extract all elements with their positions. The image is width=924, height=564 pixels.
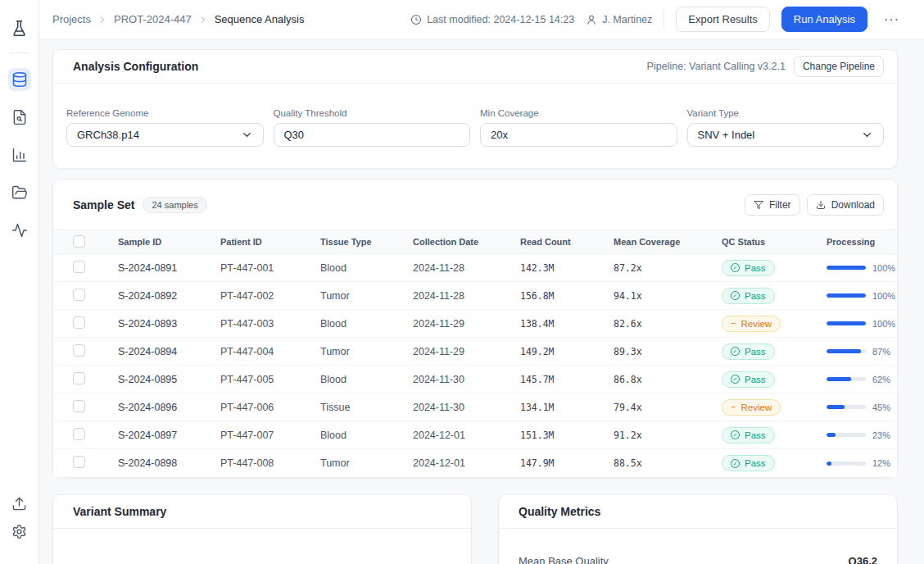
qc-status-icon: − — [731, 403, 736, 412]
pipeline-label: Pipeline: Variant Calling v3.2.1 — [647, 61, 786, 72]
sample-id-cell: S-2024-0892 — [118, 290, 220, 302]
progress-bar — [827, 349, 866, 353]
mean-coverage-cell: 79.4x — [614, 402, 722, 413]
sidebar-item-activity[interactable] — [8, 219, 31, 242]
table-row: S-2024-0893 PT-447-003 Blood 2024-11-29 … — [53, 310, 897, 338]
breadcrumb-project-id[interactable]: PROT-2024-447 — [114, 13, 192, 25]
row-checkbox[interactable] — [73, 428, 85, 440]
mean-coverage-cell: 91.2x — [614, 430, 722, 441]
sample-id-cell: S-2024-0898 — [118, 457, 220, 469]
download-icon — [816, 200, 826, 210]
chevron-down-icon — [861, 129, 873, 141]
qc-status-badge: ✓ Pass — [722, 260, 775, 276]
row-checkbox[interactable] — [73, 400, 85, 412]
chevron-right-icon — [97, 15, 107, 25]
clock-icon — [410, 14, 422, 25]
table-row: S-2024-0897 PT-447-007 Blood 2024-12-01 … — [53, 421, 897, 449]
patient-id-cell: PT-447-007 — [220, 430, 320, 441]
progress-bar-fill — [827, 266, 866, 270]
row-checkbox[interactable] — [73, 261, 85, 273]
sidebar-item-settings[interactable] — [8, 520, 31, 543]
qc-status-badge: − Review — [722, 316, 781, 332]
breadcrumb: Projects PROT-2024-447 Sequence Analysis — [52, 13, 305, 25]
download-button[interactable]: Download — [807, 194, 884, 216]
table-row: S-2024-0891 PT-447-001 Blood 2024-11-28 … — [53, 254, 897, 282]
processing-cell: 100% — [827, 291, 897, 301]
select-all-checkbox[interactable] — [73, 235, 85, 248]
processing-cell: 87% — [827, 347, 897, 357]
analysis-configuration-card: Analysis Configuration Pipeline: Variant… — [52, 49, 898, 169]
header-divider — [664, 11, 664, 29]
filter-button[interactable]: Filter — [745, 194, 800, 216]
run-analysis-button[interactable]: Run Analysis — [781, 7, 867, 32]
file-search-icon — [11, 109, 28, 125]
quality-threshold-label: Quality Threshold — [274, 108, 471, 118]
breadcrumb-projects[interactable]: Projects — [52, 13, 91, 25]
export-results-button[interactable]: Export Results — [676, 7, 770, 32]
variant-type-label: Variant Type — [687, 108, 885, 118]
flask-icon[interactable] — [8, 16, 31, 39]
top-bar: Projects PROT-2024-447 Sequence Analysis… — [39, 0, 924, 39]
table-row: S-2024-0892 PT-447-002 Tumor 2024-11-28 … — [53, 282, 897, 310]
qc-status-label: Pass — [745, 291, 766, 301]
progress-bar-fill — [827, 293, 866, 298]
collection-date-cell: 2024-12-01 — [413, 430, 520, 441]
progress-percent-label: 23% — [872, 430, 890, 440]
qc-status-icon: ✓ — [731, 375, 740, 384]
patient-id-cell: PT-447-003 — [220, 318, 320, 330]
progress-percent-label: 100% — [872, 263, 895, 273]
qc-status-label: Pass — [745, 458, 766, 468]
row-checkbox[interactable] — [73, 372, 85, 384]
tissue-type-cell: Blood — [320, 374, 413, 385]
col-header-tissue-type: Tissue Type — [320, 237, 413, 247]
patient-id-cell: PT-447-006 — [220, 402, 320, 413]
reference-genome-value: GRCh38.p14 — [77, 129, 139, 141]
sidebar-item-database[interactable] — [8, 68, 31, 91]
activity-icon — [11, 222, 28, 239]
qc-status-icon: − — [731, 319, 736, 328]
qc-status-label: Pass — [745, 347, 766, 357]
progress-bar-fill — [827, 321, 866, 325]
mean-coverage-cell: 88.5x — [614, 457, 722, 469]
row-checkbox[interactable] — [73, 344, 85, 357]
sidebar-item-upload[interactable] — [8, 492, 31, 515]
qc-status-badge: ✓ Pass — [722, 427, 775, 443]
row-checkbox[interactable] — [73, 289, 85, 301]
sidebar-item-files[interactable] — [8, 181, 31, 204]
sidebar-item-file-search[interactable] — [8, 106, 31, 129]
more-menu-button[interactable]: ··· — [879, 9, 904, 30]
progress-bar-fill — [827, 433, 836, 437]
variant-type-select[interactable]: SNV + Indel — [687, 123, 885, 147]
progress-bar — [827, 377, 866, 381]
progress-bar — [827, 321, 866, 325]
user-chip[interactable]: J. Martinez — [586, 14, 652, 25]
user-icon — [586, 14, 597, 25]
collection-date-cell: 2024-11-28 — [413, 290, 520, 302]
patient-id-cell: PT-447-005 — [220, 374, 320, 385]
col-header-qc-status: QC Status — [722, 237, 827, 247]
reference-genome-select[interactable]: GRCh38.p14 — [66, 123, 264, 147]
mean-coverage-cell: 87.2x — [614, 262, 722, 274]
quality-threshold-field: Quality Threshold — [274, 108, 471, 147]
qc-status-label: Review — [741, 319, 772, 329]
progress-bar-fill — [827, 462, 831, 466]
change-pipeline-button[interactable]: Change Pipeline — [794, 56, 884, 77]
sample-id-cell: S-2024-0897 — [118, 430, 220, 441]
row-checkbox[interactable] — [73, 456, 85, 468]
progress-percent-label: 87% — [872, 347, 890, 357]
upload-icon — [11, 496, 27, 512]
chevron-down-icon — [241, 129, 253, 141]
qc-status-icon: ✓ — [731, 347, 740, 356]
min-coverage-input[interactable] — [480, 123, 677, 147]
sidebar-item-charts[interactable] — [8, 143, 31, 166]
row-checkbox[interactable] — [73, 316, 85, 329]
qc-status-label: Pass — [745, 263, 766, 273]
quality-threshold-input[interactable] — [274, 123, 471, 147]
min-coverage-field: Min Coverage — [480, 108, 677, 147]
reference-genome-label: Reference Genome — [66, 108, 264, 118]
progress-percent-label: 100% — [872, 291, 895, 301]
chevron-right-icon — [198, 15, 208, 25]
processing-cell: 45% — [827, 403, 897, 412]
change-pipeline-label: Change Pipeline — [803, 61, 875, 72]
qc-status-badge: − Review — [722, 399, 781, 416]
